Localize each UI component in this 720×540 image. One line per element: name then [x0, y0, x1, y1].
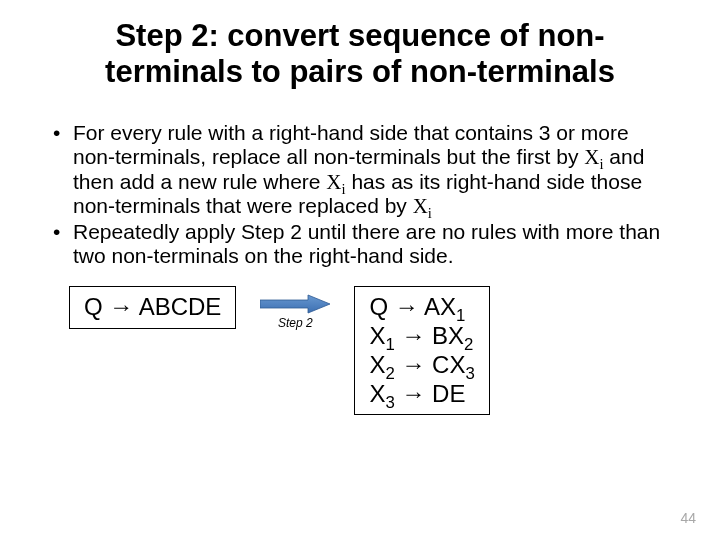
rule-before-box: Q → ABCDE	[69, 286, 236, 329]
slide-title-line1: Step 2: convert sequence of non-	[115, 18, 604, 53]
rule-after-box: Q → AX1 X1 → BX2 X2 → CX3 X3 → DE	[354, 286, 489, 415]
xi-symbol: Xi	[326, 170, 345, 194]
page-number: 44	[680, 510, 696, 526]
rule-line: Q → AX1	[369, 293, 474, 322]
arrow-label: Step 2	[278, 316, 313, 330]
slide-title: Step 2: convert sequence of non- termina…	[45, 18, 675, 89]
rule-line: X2 → CX3	[369, 351, 474, 380]
xi-symbol: Xi	[584, 145, 603, 169]
transformation-diagram: Q → ABCDE Step 2 Q → AX1 X1 → BX2 X2 → C…	[69, 286, 675, 415]
rule-line: X3 → DE	[369, 380, 474, 409]
slide-title-line2: terminals to pairs of non-terminals	[105, 54, 615, 89]
step-arrow: Step 2	[260, 294, 330, 330]
bullet-2: Repeatedly apply Step 2 until there are …	[51, 220, 675, 268]
bullet-list: For every rule with a right-hand side th…	[51, 121, 675, 268]
rule-line: X1 → BX2	[369, 322, 474, 351]
svg-marker-0	[260, 295, 330, 313]
arrow-icon	[260, 294, 330, 314]
xi-symbol: Xi	[413, 194, 432, 218]
bullet-1: For every rule with a right-hand side th…	[51, 121, 675, 218]
bullet-text: For every rule with a right-hand side th…	[73, 121, 629, 168]
